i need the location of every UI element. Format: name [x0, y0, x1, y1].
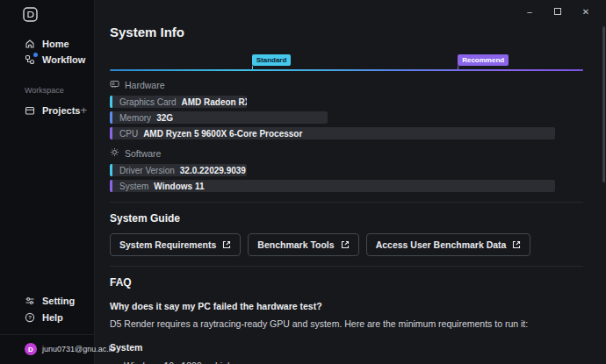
- svg-text:?: ?: [28, 315, 32, 320]
- bar-value: 32G: [156, 113, 173, 123]
- hardware-bars: Graphics Card AMD Radeon RX 7800 XT Memo…: [110, 96, 583, 139]
- software-bars: Driver Version 32.0.22029.9039 System Wi…: [110, 164, 583, 192]
- faq-question: Why does it say my PC failed the hardwar…: [110, 301, 583, 311]
- benchmark-tools-button[interactable]: Benchmark Tools: [248, 233, 358, 256]
- sidebar-item-workflow[interactable]: Workflow: [0, 52, 94, 67]
- divider: [110, 202, 583, 203]
- standard-badge: Standard: [252, 54, 292, 66]
- bar-value: AMD Radeon RX 7800 XT: [181, 97, 247, 107]
- sidebar-item-label: Setting: [42, 296, 75, 306]
- spec-marker-standard: Standard: [252, 50, 292, 71]
- software-row-driver-version: Driver Version 32.0.22029.9039: [110, 164, 247, 176]
- add-project-button[interactable]: +: [80, 103, 87, 117]
- hardware-section-header: Hardware: [110, 79, 583, 90]
- faq-answer: D5 Render requires a raytracing-ready GP…: [110, 318, 583, 329]
- software-row-system: System Windows 11: [110, 180, 555, 192]
- accent-strip: [110, 96, 112, 108]
- external-link-icon: [222, 240, 231, 249]
- external-link-icon: [341, 240, 350, 249]
- spec-marker-recommend: Recommend: [458, 50, 509, 71]
- bar-label: System: [119, 182, 148, 191]
- main-panel: System Info Standard Recommend Hardware …: [96, 0, 606, 364]
- sidebar-item-label: Projects: [42, 105, 80, 116]
- help-icon: ?: [25, 312, 35, 323]
- workspace-section-label: Workspace: [0, 86, 94, 95]
- button-label: System Requirements: [119, 239, 216, 250]
- minimize-icon: –: [527, 7, 532, 17]
- accent-strip: [110, 180, 112, 192]
- sidebar-item-home[interactable]: Home: [0, 36, 94, 51]
- bar-value: AMD Ryzen 5 9600X 6-Core Processor: [143, 129, 302, 139]
- avatar: D: [25, 343, 37, 355]
- button-label: Benchmark Tools: [257, 239, 334, 250]
- close-icon: ✕: [582, 7, 589, 17]
- bar-value: Windows 11: [154, 182, 204, 191]
- projects-icon: [25, 105, 35, 116]
- bar-value: 32.0.22029.9039: [180, 166, 246, 175]
- sidebar-item-label: Help: [42, 312, 63, 323]
- hardware-header-label: Hardware: [125, 80, 165, 90]
- spec-gradient-line: [110, 69, 583, 71]
- button-label: Access User Benchmark Data: [376, 239, 507, 250]
- accent-strip: [110, 164, 112, 176]
- notification-dot: [33, 53, 38, 57]
- sidebar-item-help[interactable]: ? Help: [0, 310, 94, 325]
- system-guide-title: System Guide: [110, 212, 583, 225]
- system-guide-buttons: System Requirements Benchmark Tools Acce…: [110, 233, 583, 256]
- home-icon: [25, 39, 35, 49]
- divider: [110, 266, 583, 267]
- software-header-label: Software: [125, 148, 161, 159]
- access-user-benchmark-data-button[interactable]: Access User Benchmark Data: [366, 233, 531, 256]
- sidebar: Home Workflow Workspace Projects + Setti…: [0, 0, 95, 364]
- scrollbar[interactable]: [602, 26, 605, 182]
- hardware-row-memory: Memory 32G: [110, 111, 328, 124]
- bar-label: CPU: [119, 129, 138, 139]
- workflow-icon: [25, 54, 35, 65]
- maximize-button[interactable]: [548, 4, 567, 19]
- bar-label: Graphics Card: [119, 97, 176, 107]
- software-section-header: Software: [110, 147, 583, 159]
- sidebar-item-label: Workflow: [42, 54, 85, 65]
- external-link-icon: [512, 240, 521, 249]
- bar-label: Driver Version: [119, 166, 175, 175]
- app-logo-icon[interactable]: [23, 7, 94, 25]
- page-title: System Info: [110, 25, 583, 39]
- faq-subhead-system: System: [110, 342, 583, 353]
- settings-sliders-icon: [25, 296, 35, 306]
- faq-list-system: Windows 10 v1809 or higher: [124, 360, 583, 364]
- close-button[interactable]: ✕: [576, 4, 595, 19]
- sidebar-item-setting[interactable]: Setting: [0, 293, 94, 308]
- hardware-row-graphics-card: Graphics Card AMD Radeon RX 7800 XT: [110, 96, 247, 108]
- accent-strip: [110, 127, 112, 139]
- sidebar-item-label: Home: [42, 39, 69, 49]
- list-item: Windows 10 v1809 or higher: [124, 360, 583, 364]
- software-icon: [110, 147, 119, 159]
- bar-label: Memory: [119, 113, 151, 123]
- accent-strip: [110, 111, 112, 124]
- maximize-icon: [554, 8, 561, 15]
- sidebar-item-projects[interactable]: Projects +: [0, 103, 94, 118]
- hardware-row-cpu: CPU AMD Ryzen 5 9600X 6-Core Processor: [110, 127, 555, 139]
- system-requirements-button[interactable]: System Requirements: [110, 233, 241, 256]
- hardware-icon: [110, 79, 119, 90]
- recommend-badge: Recommend: [458, 54, 509, 66]
- minimize-button[interactable]: –: [520, 4, 539, 19]
- faq-title: FAQ: [110, 276, 583, 289]
- window-controls: – ✕: [520, 4, 595, 19]
- spec-meter: Standard Recommend: [110, 50, 583, 71]
- account-row[interactable]: D junu0731@gnu.ac.kr: [0, 334, 94, 364]
